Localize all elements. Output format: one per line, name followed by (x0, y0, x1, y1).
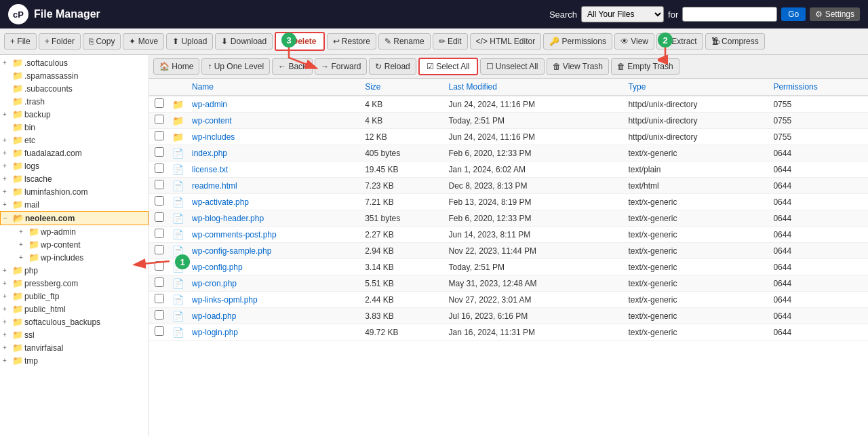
sidebar-item-ssl[interactable]: + 📁 ssl (0, 328, 149, 341)
sidebar-item-public-html[interactable]: + 📁 public_html (0, 303, 149, 315)
col-perms-header[interactable]: Permissions (768, 79, 868, 96)
view-button[interactable]: 👁 View (614, 33, 654, 50)
row-name[interactable]: wp-activate.php (186, 194, 359, 210)
row-checkbox[interactable] (155, 147, 164, 157)
table-row[interactable]: 📄 license.txt 19.45 KB Jan 1, 2024, 6:02… (149, 161, 868, 178)
sidebar-item-wp-includes[interactable]: + 📁 wp-includes (0, 251, 149, 264)
sidebar-item-public-ftp[interactable]: + 📁 public_ftp (0, 290, 149, 303)
up-one-level-button[interactable]: ↑ Up One Level (201, 58, 270, 75)
empty-trash-button[interactable]: 🗑 Empty Trash (611, 58, 679, 75)
table-row[interactable]: 📄 wp-activate.php 7.21 KB Feb 13, 2024, … (149, 194, 868, 210)
row-name[interactable]: wp-blog-header.php (186, 210, 359, 227)
table-row[interactable]: 📁 wp-admin 4 KB Jun 24, 2024, 11:16 PM h… (149, 96, 868, 113)
new-folder-button[interactable]: + Folder (39, 33, 81, 50)
row-checkbox[interactable] (155, 326, 164, 336)
html-editor-button[interactable]: </> HTML Editor (470, 33, 542, 50)
forward-button[interactable]: → Forward (315, 58, 367, 75)
table-row[interactable]: 📄 wp-config.php 3.14 KB Today, 2:51 PM t… (149, 259, 868, 275)
upload-button[interactable]: ⬆ Upload (166, 33, 213, 50)
sidebar-item-softaculous[interactable]: + 📁 .softaculous (0, 56, 149, 69)
row-name[interactable]: wp-includes (186, 129, 359, 145)
table-row[interactable]: 📄 readme.html 7.23 KB Dec 8, 2023, 8:13 … (149, 178, 868, 194)
select-all-button[interactable]: ☑ Select All (418, 58, 478, 75)
view-trash-button[interactable]: 🗑 View Trash (547, 58, 609, 75)
sidebar-item-tmp[interactable]: + 📁 tmp (0, 354, 149, 367)
row-checkbox[interactable] (155, 277, 164, 287)
row-name[interactable]: wp-content (186, 113, 359, 129)
table-row[interactable]: 📁 wp-includes 12 KB Jun 24, 2024, 11:16 … (149, 129, 868, 145)
row-checkbox[interactable] (155, 196, 164, 206)
table-row[interactable]: 📄 wp-blog-header.php 351 bytes Feb 6, 20… (149, 210, 868, 227)
table-row[interactable]: 📄 wp-login.php 49.72 KB Jan 16, 2024, 11… (149, 324, 868, 341)
row-checkbox[interactable] (155, 180, 164, 189)
compress-button[interactable]: 🗜 Compress (705, 33, 765, 50)
col-name-header[interactable]: Name (186, 79, 359, 96)
sidebar-item-softaculous-backups[interactable]: + 📁 softaculous_backups (0, 315, 149, 328)
row-checkbox[interactable] (155, 115, 164, 124)
col-type-header[interactable]: Type (623, 79, 768, 96)
edit-button[interactable]: ✏ Edit (433, 33, 468, 50)
table-row[interactable]: 📄 wp-cron.php 5.51 KB May 31, 2023, 12:4… (149, 275, 868, 292)
row-checkbox[interactable] (155, 98, 164, 108)
row-checkbox[interactable] (155, 212, 164, 222)
sidebar-item-wp-content[interactable]: + 📁 wp-content (0, 238, 149, 251)
settings-button[interactable]: ⚙ Settings (810, 7, 860, 21)
table-row[interactable]: 📄 wp-load.php 3.83 KB Jul 16, 2023, 6:16… (149, 308, 868, 324)
table-row[interactable]: 📄 wp-links-opml.php 2.44 KB Nov 27, 2022… (149, 292, 868, 308)
row-checkbox[interactable] (155, 261, 164, 271)
sidebar-item-bin[interactable]: 📁 bin (0, 121, 149, 134)
sidebar-item-php[interactable]: + 📁 php (0, 264, 149, 277)
table-row[interactable]: 📁 wp-content 4 KB Today, 2:51 PM httpd/u… (149, 113, 868, 129)
col-modified-header[interactable]: Last Modified (443, 79, 623, 96)
sidebar-item-subaccounts[interactable]: 📁 .subaccounts (0, 82, 149, 95)
sidebar-item-trash[interactable]: 📁 .trash (0, 95, 149, 108)
unselect-all-button[interactable]: ☐ Unselect All (480, 58, 545, 75)
search-input[interactable] (682, 7, 777, 22)
sidebar-item-spamassassin[interactable]: 📁 .spamassassin (0, 69, 149, 82)
sidebar-item-backup[interactable]: + 📁 backup (0, 108, 149, 121)
row-name[interactable]: index.php (186, 145, 359, 161)
download-button[interactable]: ⬇ Download (215, 33, 273, 50)
new-file-button[interactable]: + File (4, 33, 37, 50)
row-name[interactable]: wp-load.php (186, 308, 359, 324)
row-name[interactable]: wp-admin (186, 96, 359, 113)
col-size-header[interactable]: Size (359, 79, 443, 96)
move-button[interactable]: ✦ Move (123, 33, 164, 50)
table-row[interactable]: 📄 wp-comments-post.php 2.27 KB Jun 14, 2… (149, 227, 868, 243)
row-name[interactable]: wp-login.php (186, 324, 359, 341)
row-checkbox[interactable] (155, 245, 164, 254)
sidebar-item-mail[interactable]: + 📁 mail (0, 198, 149, 211)
row-checkbox[interactable] (155, 163, 164, 173)
row-checkbox[interactable] (155, 131, 164, 140)
sidebar-item-luminfashion[interactable]: + 📁 luminfashion.com (0, 185, 149, 198)
row-name[interactable]: wp-cron.php (186, 275, 359, 292)
sidebar-item-fuadalazad[interactable]: + 📁 fuadalazad.com (0, 147, 149, 159)
copy-button[interactable]: ⎘ Copy (83, 33, 121, 50)
sidebar-item-wp-admin[interactable]: + 📁 wp-admin (0, 225, 149, 238)
row-name[interactable]: wp-config-sample.php (186, 243, 359, 259)
permissions-button[interactable]: 🔑 Permissions (543, 33, 612, 50)
row-checkbox[interactable] (155, 229, 164, 238)
reload-button[interactable]: ↻ Reload (369, 58, 416, 75)
back-button[interactable]: ← Back (272, 58, 313, 75)
sidebar-item-etc[interactable]: + 📁 etc (0, 134, 149, 147)
sidebar-item-logs[interactable]: + 📁 logs (0, 159, 149, 172)
search-scope-select[interactable]: All Your Files Current Directory File Co… (581, 6, 664, 22)
row-name[interactable]: wp-comments-post.php (186, 227, 359, 243)
row-name[interactable]: readme.html (186, 178, 359, 194)
row-name[interactable]: wp-links-opml.php (186, 292, 359, 308)
row-checkbox[interactable] (155, 310, 164, 320)
row-name[interactable]: license.txt (186, 161, 359, 178)
table-row[interactable]: 📄 wp-config-sample.php 2.94 KB Nov 22, 2… (149, 243, 868, 259)
table-row[interactable]: 📄 index.php 405 bytes Feb 6, 2020, 12:33… (149, 145, 868, 161)
rename-button[interactable]: ✎ Rename (378, 33, 431, 50)
sidebar-item-lscache[interactable]: + 📁 lscache (0, 172, 149, 185)
row-checkbox[interactable] (155, 294, 164, 303)
sidebar-item-neoleen[interactable]: − 📂 neoleen.com (0, 211, 149, 225)
sidebar-item-tanvirfaisal[interactable]: + 📁 tanvirfaisal (0, 341, 149, 354)
home-button[interactable]: 🏠 Home (153, 58, 199, 75)
restore-button[interactable]: ↩ Restore (327, 33, 376, 50)
row-name[interactable]: wp-config.php (186, 259, 359, 275)
sidebar-item-pressberg[interactable]: + 📁 pressberg.com (0, 277, 149, 290)
search-go-button[interactable]: Go (781, 7, 806, 21)
